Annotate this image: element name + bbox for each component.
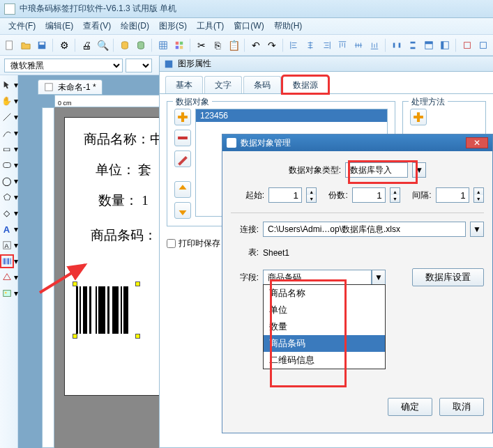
cancel-button[interactable]: 取消 (439, 398, 484, 416)
separator (113, 38, 114, 52)
copies-spinner[interactable]: ▲▼ (390, 187, 400, 203)
add-button[interactable] (174, 109, 191, 125)
text-icon[interactable]: A (0, 222, 14, 236)
separator (455, 38, 457, 52)
new-icon[interactable] (3, 38, 17, 52)
dialog-header[interactable]: 图形属性 (160, 56, 493, 72)
title-bar: 中琅条码标签打印软件-V6.1.3 试用版 单机 (0, 0, 493, 18)
doc-icon (44, 82, 54, 92)
dropdown-item[interactable]: 数量 (264, 318, 385, 335)
cut-icon[interactable]: ✂ (195, 38, 208, 52)
remove-button[interactable] (174, 130, 191, 146)
gap-spinner[interactable]: ▲▼ (473, 187, 484, 203)
misc1-icon[interactable] (460, 38, 474, 52)
copies-input[interactable] (352, 187, 386, 203)
dropdown-item[interactable]: 单位 (264, 302, 385, 318)
close-button[interactable]: ✕ (466, 137, 488, 148)
redo-icon[interactable]: ↷ (265, 38, 279, 52)
move-up-button[interactable] (174, 181, 191, 198)
print-icon[interactable]: 🖨 (79, 38, 93, 52)
menu-tool[interactable]: 工具(T) (192, 19, 228, 33)
align-top-icon[interactable] (335, 38, 349, 52)
conn-combo[interactable]: C:\Users\Admi…op\数据库信息.xlsx (263, 222, 466, 237)
font-select[interactable]: 微软雅黑 (4, 59, 123, 72)
layout1-icon[interactable] (422, 38, 436, 52)
caret-icon[interactable]: ▾ (14, 78, 18, 92)
menu-edit[interactable]: 编辑(E) (41, 19, 77, 33)
ok-button[interactable]: 确定 (388, 398, 432, 416)
type-combo-button[interactable]: ▼ (412, 162, 426, 178)
menu-window[interactable]: 窗口(W) (229, 19, 268, 33)
resize-handle[interactable] (135, 281, 140, 286)
roundrect-icon[interactable] (0, 158, 14, 172)
tab-barcode[interactable]: 条码 (243, 76, 281, 93)
dropdown-item[interactable]: 商品名称 (264, 285, 385, 302)
align-right-icon[interactable] (319, 38, 333, 52)
ellipse-icon[interactable]: ◯ (0, 174, 14, 188)
dropdown-item[interactable]: 二维码信息 (264, 352, 385, 369)
method-add-button[interactable] (410, 109, 427, 125)
resize-handle[interactable] (73, 334, 77, 339)
shape2-icon[interactable] (0, 270, 14, 284)
preview-icon[interactable]: 🔍 (96, 38, 109, 52)
tab-text[interactable]: 文字 (204, 76, 242, 93)
polygon-icon[interactable]: ⬠ (0, 190, 14, 204)
gap-input[interactable] (436, 187, 469, 203)
edit-button[interactable] (174, 150, 191, 167)
undo-icon[interactable]: ↶ (249, 38, 263, 52)
menu-file[interactable]: 文件(F) (4, 19, 40, 33)
gear-icon[interactable]: ⚙ (57, 38, 71, 52)
db2-icon[interactable] (134, 38, 148, 52)
dropdown-item[interactable]: 商品条码 (264, 335, 385, 352)
rect-icon[interactable]: ▭ (0, 142, 14, 156)
align-bot-icon[interactable] (367, 38, 381, 52)
move-down-button[interactable] (174, 202, 191, 219)
image-icon[interactable] (0, 286, 14, 300)
tab-basic[interactable]: 基本 (165, 76, 203, 93)
menu-shape[interactable]: 图形(S) (155, 19, 191, 33)
barcode-icon[interactable] (0, 254, 14, 268)
field-combo[interactable]: 商品条码 (263, 270, 372, 285)
dist-v-icon[interactable] (406, 38, 420, 52)
print-save-checkbox[interactable] (167, 239, 176, 248)
table-value: Sheet1 (263, 248, 289, 258)
grid-icon[interactable] (156, 38, 170, 52)
menu-help[interactable]: 帮助(H) (270, 19, 307, 33)
copy-icon[interactable]: ⎘ (211, 38, 225, 52)
layout2-icon[interactable] (438, 38, 452, 52)
line-icon[interactable] (0, 110, 14, 124)
document-tab[interactable]: 未命名-1 * (38, 79, 103, 95)
save-icon[interactable] (35, 38, 49, 52)
db-icon[interactable] (118, 38, 132, 52)
dialog2-header[interactable]: 数据对象管理 ✕ (222, 134, 492, 151)
svg-line-19 (3, 114, 10, 121)
diamond-icon[interactable]: ◇ (0, 206, 14, 220)
align-left-icon[interactable] (287, 38, 301, 52)
tab-datasource[interactable]: 数据源 (282, 76, 328, 93)
align-mid-icon[interactable] (351, 38, 365, 52)
richtext-icon[interactable]: A (0, 238, 14, 252)
align-center-icon[interactable] (303, 38, 317, 52)
font-size-select[interactable] (126, 59, 152, 72)
type-combo[interactable]: 数据库导入 (345, 162, 408, 178)
start-spinner[interactable]: ▲▼ (306, 187, 317, 203)
start-input[interactable] (268, 187, 302, 203)
db-settings-button[interactable]: 数据库设置 (412, 268, 484, 286)
dist-h-icon[interactable] (390, 38, 404, 52)
menu-view[interactable]: 查看(V) (79, 19, 115, 33)
grid2-icon[interactable] (172, 38, 186, 52)
misc2-icon[interactable] (476, 38, 490, 52)
resize-handle[interactable] (135, 334, 140, 339)
dialog-icon (164, 59, 174, 69)
open-icon[interactable] (19, 38, 33, 52)
dialog-title: 图形属性 (178, 58, 211, 70)
pointer-icon[interactable] (0, 78, 14, 92)
type-label: 数据对象类型: (289, 164, 341, 176)
hand-icon[interactable]: ✋ (0, 94, 14, 108)
conn-combo-button[interactable]: ▼ (470, 222, 484, 237)
list-item[interactable]: 123456 (196, 109, 387, 122)
curve-icon[interactable] (0, 126, 14, 140)
menu-draw[interactable]: 绘图(D) (116, 19, 153, 33)
field-combo-button[interactable]: ▼ (372, 270, 386, 285)
paste-icon[interactable]: 📋 (227, 38, 241, 52)
